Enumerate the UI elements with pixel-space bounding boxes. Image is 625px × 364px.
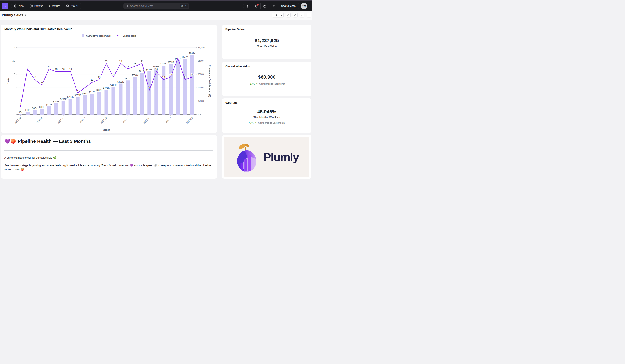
workspace-switcher[interactable]: SaaS Demo [278,3,299,9]
plus-square-icon [14,4,17,8]
svg-text:$236K: $236K [67,96,74,98]
svg-text:16: 16 [155,68,158,70]
svg-text:13: 13 [33,76,36,78]
browse-button[interactable]: Browse [27,3,46,9]
ai-assistant-button[interactable] [269,3,278,9]
page-header: Plumly Sales [0,10,312,20]
kpi-delta-note: Compared to last month [259,83,285,85]
svg-text:13: 13 [184,76,186,78]
refresh-button[interactable] [272,13,279,17]
svg-text:0: 0 [14,113,15,116]
combo-chart: 0510152025$0K$200K$400K$600K$800K$1,000K… [1,25,217,133]
svg-text:2024-10: 2024-10 [100,117,107,124]
svg-text:Cumulative Deal Amount ($): Cumulative Deal Amount ($) [208,65,211,97]
edit-button[interactable] [293,13,298,18]
expand-icon [287,14,289,16]
new-button-label: New [19,5,24,8]
svg-text:19: 19 [105,60,108,62]
svg-text:$200K: $200K [198,100,204,102]
kpi-delta-note: Compared to Last Month [258,121,285,124]
browse-button-label: Browse [34,5,43,8]
svg-text:19: 19 [141,60,143,62]
svg-text:2025-04: 2025-04 [143,117,151,124]
brand-wordmark: Plumly [263,151,299,163]
right-column: Pipeline Value $1,237,625 Open Deal Valu… [222,25,312,179]
trend-up-icon: ↗ [254,121,256,124]
svg-text:12: 12 [91,79,93,81]
utility-button-group: SaaS Demo [243,3,299,9]
chevron-down-icon [280,14,282,16]
kpi-title: Pipeline Value [225,28,308,31]
hash-icon: # [49,4,50,8]
fullscreen-button[interactable] [286,13,291,18]
search-icon [125,5,128,8]
svg-text:$371K: $371K [103,87,109,89]
pencil-icon [294,14,296,16]
svg-text:17: 17 [48,65,50,68]
notification-badge [257,4,258,6]
refresh-icon [274,14,277,16]
kpi-closed-won-value: Closed Won Value $60,900 +13% ↗ Compared… [222,61,312,96]
notifications-button[interactable] [252,3,261,9]
svg-text:$832K: $832K [182,56,188,58]
svg-text:9: 9 [149,87,150,89]
gear-icon [246,4,249,8]
svg-text:13: 13 [98,76,100,78]
svg-text:Deals: Deals [7,78,10,84]
user-avatar[interactable]: TW [301,3,307,9]
svg-text:10: 10 [12,86,15,89]
settings-button[interactable] [243,3,252,9]
ellipsis-icon [308,14,311,16]
svg-text:$40K: $40K [25,109,30,111]
trend-up-icon: ↗ [255,83,257,85]
brand-image-tile: Plumly [222,135,312,179]
svg-text:2025-07: 2025-07 [164,117,172,124]
window-top-strip [0,0,312,1]
help-button[interactable] [261,3,269,9]
markdown-heading: 💜🍑 Pipeline Health — Last 3 Months [4,138,214,147]
svg-text:$259K: $259K [74,94,81,96]
svg-text:13: 13 [162,76,165,78]
avatar-initials: TW [302,5,306,7]
svg-text:$202K: $202K [60,98,66,100]
ask-ai-button-label: Ask AI [71,5,78,8]
svg-text:$167K: $167K [53,100,60,103]
svg-text:2025-10: 2025-10 [186,117,193,124]
svg-text:5: 5 [14,100,15,102]
svg-text:8: 8 [77,89,78,92]
refresh-split-button[interactable] [272,13,284,18]
nav-button-group: New Browse # Metrics Ask AI [11,3,81,9]
svg-text:16: 16 [62,68,65,70]
svg-text:2024-04: 2024-04 [57,117,64,124]
svg-text:$884K: $884K [189,52,195,55]
markdown-paragraph-2: See how each stage is growing and where … [4,163,214,172]
svg-text:$0K: $0K [198,113,202,116]
ask-ai-button[interactable]: Ask AI [63,3,81,9]
svg-text:2024-01: 2024-01 [36,117,43,124]
workspace-label: SaaS Demo [281,5,296,8]
share-link-button[interactable] [300,13,305,18]
svg-text:17: 17 [127,65,129,68]
svg-text:$462K: $462K [117,81,124,83]
svg-text:$729K: $729K [160,62,167,65]
sparkles-icon [272,4,275,8]
svg-text:$558K: $558K [132,74,138,76]
new-button[interactable]: New [11,3,27,9]
global-search[interactable]: ⌘+K [124,3,189,9]
svg-text:Month: Month [103,128,110,131]
app-logo[interactable] [2,3,8,9]
search-input[interactable] [130,5,180,8]
svg-text:$312K: $312K [89,90,95,93]
search-shortcut-badge: ⌘+K [180,4,188,8]
refresh-options-button[interactable] [279,13,283,17]
kpi-win-rate: Win Rate 45.946% This Month's Win Rate +… [222,98,312,133]
navbar-right-cluster: SaaS Demo TW [243,3,307,9]
info-icon[interactable] [25,13,29,17]
metrics-button[interactable]: # Metrics [46,3,63,9]
more-options-button[interactable] [307,13,312,18]
markdown-paragraph-1: A quick wellness check for our sales flo… [4,156,214,160]
svg-text:10: 10 [84,84,86,86]
chart-tile: Monthly Won Deals and Cumulative Deal Va… [1,25,217,133]
svg-text:17: 17 [26,65,29,68]
svg-text:16: 16 [55,68,58,70]
